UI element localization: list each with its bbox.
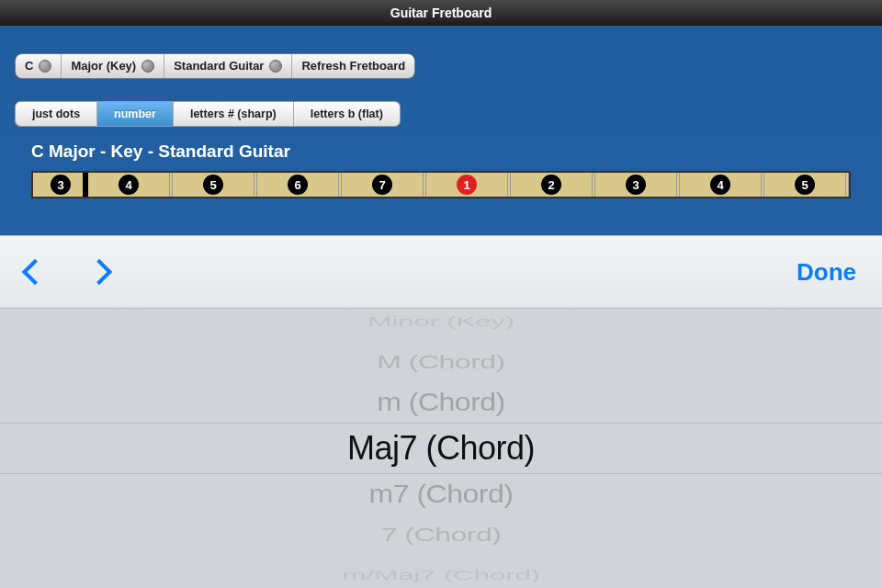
dropdown-dot-icon <box>269 60 282 73</box>
scale-mode-button[interactable]: Major (Key) <box>62 54 164 78</box>
picker-toolbar: Done <box>0 235 882 309</box>
display-mode-tab[interactable]: number <box>97 102 174 126</box>
display-mode-tab[interactable]: letters b (flat) <box>294 102 400 126</box>
picker-option[interactable]: m7 (Chord) <box>369 477 514 511</box>
picker-option[interactable]: m/Maj7 (Chord) <box>342 566 539 584</box>
refresh-button[interactable]: Refresh Fretboard <box>292 54 414 78</box>
app-background: C Major (Key) Standard Guitar Refresh Fr… <box>0 26 882 588</box>
fret-marker: 5 <box>203 175 223 195</box>
root-note-button[interactable]: C <box>16 54 62 78</box>
display-mode-tab[interactable]: letters # (sharp) <box>174 102 294 126</box>
picker-option[interactable]: Maj7 (Chord) <box>347 423 535 474</box>
dropdown-dot-icon <box>39 60 51 73</box>
picker-option[interactable]: m (Chord) <box>377 385 505 419</box>
tuning-label: Standard Guitar <box>174 54 264 78</box>
root-note-label: C <box>25 54 33 78</box>
picker-prev-button[interactable] <box>22 259 48 285</box>
picker-done-button[interactable]: Done <box>797 258 856 287</box>
fret-marker: 1 <box>457 175 477 195</box>
picker-overlay: Done Minor (Key)M (Chord)m (Chord)Maj7 (… <box>0 235 882 588</box>
fret-marker: 6 <box>288 175 308 195</box>
tuning-button[interactable]: Standard Guitar <box>164 54 292 78</box>
fret-marker: 5 <box>795 175 815 195</box>
picker-wheel[interactable]: Minor (Key)M (Chord)m (Chord)Maj7 (Chord… <box>0 309 882 588</box>
display-mode-tab[interactable]: just dots <box>16 102 97 126</box>
fret-marker: 2 <box>541 175 561 195</box>
display-mode-segment: just dotsnumberletters # (sharp)letters … <box>15 101 401 127</box>
scale-mode-label: Major (Key) <box>71 54 136 78</box>
dropdown-dot-icon <box>141 60 154 73</box>
fret-marker: 4 <box>119 175 139 195</box>
fretboard-heading: C Major - Key - Standard Guitar <box>31 141 867 162</box>
window-title: Guitar Fretboard <box>390 6 492 20</box>
fretboard[interactable]: 3456712345 <box>31 171 851 198</box>
picker-nav-arrows <box>26 263 108 281</box>
fret-marker: 4 <box>710 175 730 195</box>
fret-marker: 3 <box>626 175 646 195</box>
config-segment: C Major (Key) Standard Guitar Refresh Fr… <box>15 53 415 79</box>
fret-marker: 3 <box>51 175 71 195</box>
picker-option[interactable]: 7 (Chord) <box>381 522 502 548</box>
picker-option[interactable]: Minor (Key) <box>368 312 514 331</box>
main-toolbar: C Major (Key) Standard Guitar Refresh Fr… <box>0 26 882 198</box>
refresh-label: Refresh Fretboard <box>301 54 405 78</box>
picker-option[interactable]: M (Chord) <box>377 349 505 376</box>
window-titlebar: Guitar Fretboard <box>0 0 882 26</box>
picker-next-button[interactable] <box>86 259 112 285</box>
fret-marker: 7 <box>372 175 392 195</box>
